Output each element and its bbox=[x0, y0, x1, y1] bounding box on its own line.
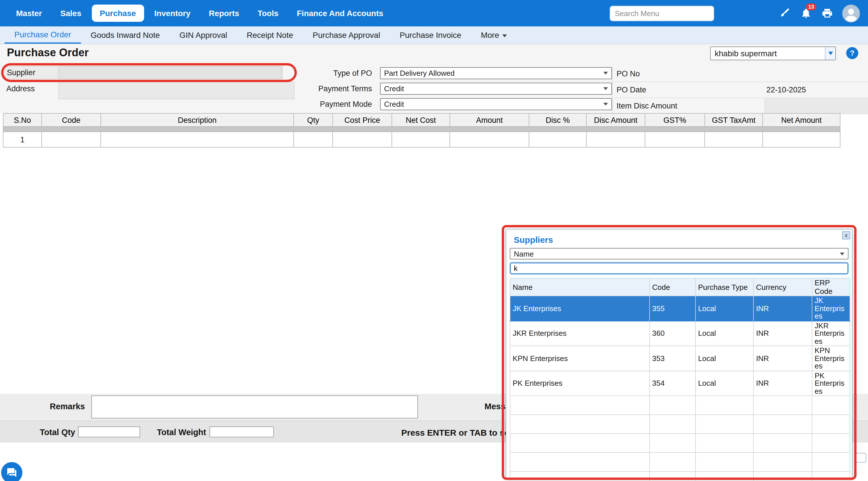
supplier-row-empty[interactable] bbox=[510, 434, 850, 453]
filter-field-value: Name bbox=[514, 249, 840, 258]
column-header: Disc Amount bbox=[586, 114, 645, 127]
tab-more-label: More bbox=[481, 30, 499, 40]
cell-gst-taxamt[interactable] bbox=[705, 132, 763, 147]
cell-name: JKR Enterprises bbox=[510, 321, 650, 346]
total-qty-input[interactable] bbox=[78, 426, 140, 437]
cell-disc-pct[interactable] bbox=[529, 132, 586, 147]
tab-purchase-approval[interactable]: Purchase Approval bbox=[303, 26, 390, 44]
column-header: GST TaxAmt bbox=[705, 114, 763, 127]
type-of-po-label: Type of PO bbox=[299, 69, 380, 77]
print-icon[interactable] bbox=[821, 7, 834, 20]
chat-icon bbox=[6, 467, 17, 478]
cell-empty bbox=[753, 415, 812, 434]
supplier-label: Supplier bbox=[3, 66, 58, 79]
cell-erp-code: PK Enterprises bbox=[812, 371, 850, 396]
address-input[interactable] bbox=[59, 82, 294, 99]
payment-mode-select[interactable]: Credit bbox=[380, 98, 612, 110]
cell-currency: INR bbox=[753, 296, 812, 321]
item-row[interactable]: 1 bbox=[3, 132, 840, 147]
cell-empty bbox=[812, 396, 850, 415]
tab-purchase-invoice[interactable]: Purchase Invoice bbox=[390, 26, 471, 44]
chat-fab-button[interactable] bbox=[1, 462, 22, 481]
cell-empty bbox=[812, 434, 850, 453]
tab-receipt-note[interactable]: Receipt Note bbox=[237, 26, 303, 44]
total-qty-label: Total Qty bbox=[26, 428, 75, 437]
type-of-po-row: Type of PO Part Delivery Allowed bbox=[299, 67, 612, 79]
supplier-row[interactable]: PK Enterprises 354 Local INR PK Enterpri… bbox=[510, 371, 850, 396]
nav-purchase[interactable]: Purchase bbox=[92, 5, 144, 22]
type-of-po-select[interactable]: Part Delivery Allowed bbox=[380, 67, 612, 79]
divider bbox=[3, 127, 840, 132]
supplier-search-input[interactable] bbox=[510, 262, 848, 275]
cell-code: 360 bbox=[650, 321, 695, 346]
nav-inventory[interactable]: Inventory bbox=[146, 5, 198, 22]
nav-master[interactable]: Master bbox=[8, 5, 50, 22]
supplier-row[interactable]: KPN Enterprises 353 Local INR KPN Enterp… bbox=[510, 346, 850, 371]
suppliers-modal-title: Suppliers bbox=[510, 233, 848, 247]
cell-empty bbox=[695, 434, 753, 453]
enter-tab-hint: Press ENTER or TAB to sele bbox=[401, 428, 516, 437]
cell-qty[interactable] bbox=[293, 132, 333, 147]
side-mini-box[interactable] bbox=[855, 453, 866, 462]
avatar[interactable] bbox=[842, 4, 860, 22]
close-icon[interactable]: x bbox=[842, 231, 850, 239]
payment-terms-select[interactable]: Credit bbox=[380, 83, 612, 95]
column-header: Net Cost bbox=[392, 114, 450, 127]
remarks-label: Remarks bbox=[0, 402, 85, 411]
nav-finance-and-accounts[interactable]: Finance And Accounts bbox=[289, 5, 391, 22]
company-selector[interactable]: khabib supermart bbox=[710, 46, 836, 60]
cell-currency: INR bbox=[753, 346, 812, 371]
cell-cost-price[interactable] bbox=[333, 132, 392, 147]
supplier-row[interactable]: JKR Enterprises 360 Local INR JKR Enterp… bbox=[510, 321, 850, 346]
column-header: Name bbox=[510, 278, 650, 296]
nav-sales[interactable]: Sales bbox=[52, 5, 89, 22]
cell-empty bbox=[510, 396, 650, 415]
help-icon[interactable]: ? bbox=[846, 47, 858, 59]
search-menu-input[interactable] bbox=[610, 5, 714, 21]
remarks-textarea[interactable] bbox=[91, 395, 418, 418]
cell-gst-pct[interactable] bbox=[645, 132, 705, 147]
supplier-row-empty[interactable] bbox=[510, 472, 850, 481]
chevron-down-icon bbox=[603, 72, 608, 75]
supplier-row-selected[interactable]: JK Enterprises 355 Local INR JK Enterpri… bbox=[510, 296, 850, 321]
cell-net-amount[interactable] bbox=[763, 132, 840, 147]
supplier-row-empty[interactable] bbox=[510, 415, 850, 434]
nav-reports[interactable]: Reports bbox=[201, 5, 247, 22]
cell-empty bbox=[695, 453, 753, 472]
po-date-value: 22-10-2025 bbox=[766, 86, 806, 94]
chevron-down-icon[interactable] bbox=[825, 47, 835, 60]
cell-code: 354 bbox=[650, 371, 695, 396]
total-weight-input[interactable] bbox=[210, 426, 274, 437]
cell-code: 353 bbox=[650, 346, 695, 371]
tab-goods-inward-note[interactable]: Goods Inward Note bbox=[81, 26, 169, 44]
nav-tools[interactable]: Tools bbox=[249, 5, 286, 22]
cell-code[interactable] bbox=[42, 132, 101, 147]
tab-purchase-order[interactable]: Purchase Order bbox=[5, 26, 81, 44]
cell-empty bbox=[753, 434, 812, 453]
address-label: Address bbox=[6, 84, 35, 93]
cell-purchase-type: Local bbox=[695, 346, 753, 371]
notifications-bell-icon[interactable]: 13 bbox=[800, 7, 812, 20]
type-of-po-value: Part Delivery Allowed bbox=[384, 69, 603, 77]
tab-more[interactable]: More bbox=[471, 26, 516, 44]
filter-field-select[interactable]: Name bbox=[510, 248, 848, 259]
cell-net-cost[interactable] bbox=[392, 132, 450, 147]
supplier-input[interactable] bbox=[59, 66, 282, 79]
cell-empty bbox=[650, 434, 695, 453]
notification-badge: 13 bbox=[806, 3, 816, 10]
supplier-row-empty[interactable] bbox=[510, 453, 850, 472]
cell-currency: INR bbox=[753, 321, 812, 346]
cell-description[interactable] bbox=[101, 132, 293, 147]
tab-gin-approval[interactable]: GIN Approval bbox=[169, 26, 237, 44]
topbar-icons: 13 bbox=[778, 4, 860, 22]
page-header: Purchase Order khabib supermart ? bbox=[0, 44, 868, 63]
po-date-label: PO Date bbox=[613, 86, 646, 94]
brush-icon[interactable] bbox=[778, 7, 791, 20]
supplier-row-empty[interactable] bbox=[510, 396, 850, 415]
cell-disc-amount[interactable] bbox=[586, 132, 645, 147]
chevron-down-icon bbox=[603, 103, 608, 106]
table-divider-band bbox=[3, 127, 840, 132]
item-disc-amount-label: Item Disc Amount bbox=[613, 102, 677, 110]
chevron-down-icon bbox=[502, 34, 507, 37]
cell-amount[interactable] bbox=[450, 132, 529, 147]
